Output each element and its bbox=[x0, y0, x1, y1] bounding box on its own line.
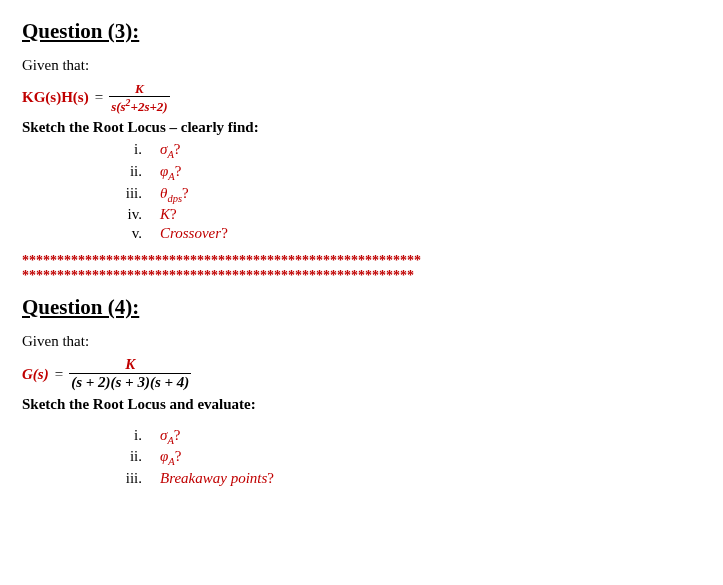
list-item: v. Crossover? bbox=[110, 225, 701, 242]
q3-eq-sign: = bbox=[95, 89, 103, 106]
q3-equation: KG(s)H(s) = K s(s2+2s+2) bbox=[22, 82, 701, 113]
item-symbol: Breakaway points bbox=[160, 470, 267, 486]
q3-fraction: K s(s2+2s+2) bbox=[109, 82, 170, 113]
item-tail: ? bbox=[174, 141, 181, 157]
q3-given-label: Given that: bbox=[22, 57, 701, 74]
q3-den-post: +2s+2) bbox=[130, 99, 167, 114]
list-item: iii. θdps? bbox=[110, 185, 701, 205]
q4-items: i. σA? ii. φA? iii. Breakaway points? bbox=[110, 427, 701, 487]
item-number: ii. bbox=[110, 163, 142, 180]
list-item: ii. φA? bbox=[110, 448, 701, 468]
q4-numerator: K bbox=[123, 357, 137, 372]
item-number: iv. bbox=[110, 206, 142, 223]
item-number: iii. bbox=[110, 185, 142, 202]
question-3-heading: Question (3): bbox=[22, 20, 701, 43]
list-item: iii. Breakaway points? bbox=[110, 470, 701, 487]
item-number: ii. bbox=[110, 448, 142, 465]
q4-lhs: G(s) bbox=[22, 366, 49, 383]
item-symbol: K bbox=[160, 206, 170, 222]
q3-denominator: s(s2+2s+2) bbox=[109, 98, 170, 113]
item-tail: ? bbox=[174, 427, 181, 443]
item-tail: ? bbox=[182, 185, 189, 201]
q3-frac-line bbox=[109, 96, 170, 97]
item-tail: ? bbox=[170, 206, 177, 222]
item-number: iii. bbox=[110, 470, 142, 487]
item-number: i. bbox=[110, 141, 142, 158]
q4-fraction: K (s + 2)(s + 3)(s + 4) bbox=[69, 357, 191, 390]
item-tail: ? bbox=[221, 225, 228, 241]
list-item: i. σA? bbox=[110, 427, 701, 447]
q3-numerator: K bbox=[133, 82, 146, 95]
item-tail: ? bbox=[175, 448, 182, 464]
q3-items: i. σA? ii. φA? iii. θdps? iv. K? v. Cros… bbox=[110, 141, 701, 241]
question-4-heading: Question (4): bbox=[22, 296, 701, 319]
item-tail: ? bbox=[267, 470, 274, 486]
list-item: iv. K? bbox=[110, 206, 701, 223]
q3-lhs: KG(s)H(s) bbox=[22, 89, 89, 106]
q4-denominator: (s + 2)(s + 3)(s + 4) bbox=[69, 375, 191, 390]
separator-line-1: ****************************************… bbox=[22, 253, 701, 268]
list-item: i. σA? bbox=[110, 141, 701, 161]
item-subscript: dps bbox=[167, 193, 182, 204]
item-number: i. bbox=[110, 427, 142, 444]
separator-line-2: ****************************************… bbox=[22, 268, 701, 283]
item-symbol: Crossover bbox=[160, 225, 221, 241]
item-tail: ? bbox=[175, 163, 182, 179]
q4-given-label: Given that: bbox=[22, 333, 701, 350]
q3-den-pre: s(s bbox=[111, 99, 125, 114]
q3-instruction: Sketch the Root Locus – clearly find: bbox=[22, 119, 701, 136]
q4-eq-sign: = bbox=[55, 366, 63, 383]
list-item: ii. φA? bbox=[110, 163, 701, 183]
q4-equation: G(s) = K (s + 2)(s + 3)(s + 4) bbox=[22, 357, 701, 390]
q4-instruction: Sketch the Root Locus and evaluate: bbox=[22, 396, 701, 413]
item-number: v. bbox=[110, 225, 142, 242]
